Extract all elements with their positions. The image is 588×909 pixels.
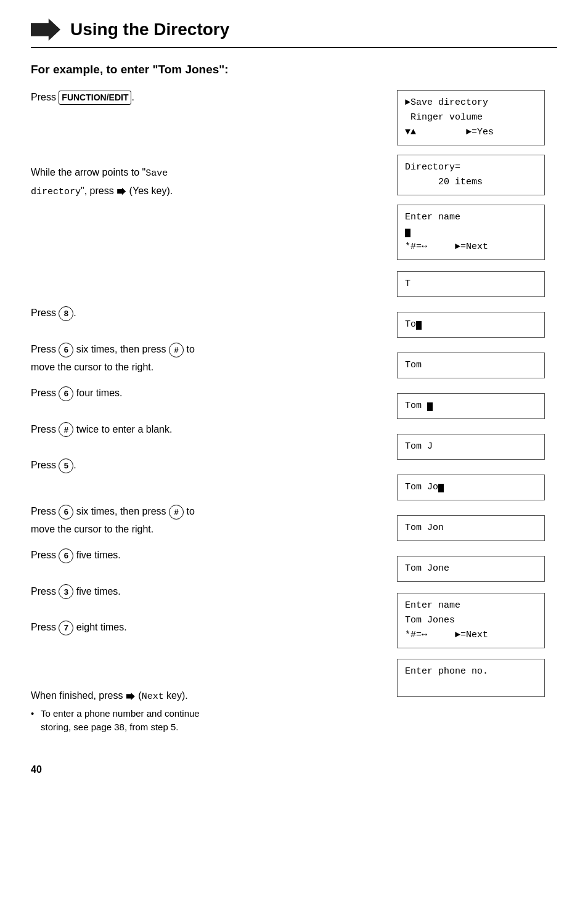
step-3: Press 8. bbox=[31, 306, 385, 321]
lcd-4: T bbox=[397, 271, 545, 297]
arrow-right-icon-2 bbox=[126, 693, 135, 700]
step-1: Press FUNCTION/EDIT. bbox=[31, 90, 385, 105]
key-5: 5 bbox=[59, 459, 73, 473]
cursor-icon-2 bbox=[416, 321, 422, 330]
lcd-7: Tom bbox=[397, 393, 545, 419]
key-3: 3 bbox=[59, 584, 73, 599]
header-rule bbox=[31, 47, 557, 48]
lcd-slot-12: Enter name Tom Jones *#=↔ ►=Next bbox=[397, 593, 557, 648]
step-12: When finished, press (Next key). To ente… bbox=[31, 688, 385, 735]
arrow-icon bbox=[31, 18, 60, 41]
lcd-13: Enter phone no. bbox=[397, 659, 545, 697]
lcd-screens-column: ►Save directory Ringer volume ▼▲ ►=Yes D… bbox=[397, 90, 557, 746]
lcd-6: Tom bbox=[397, 353, 545, 378]
step-9: Press 6 five times. bbox=[31, 548, 385, 563]
lcd-slot-4: T bbox=[397, 267, 557, 301]
lcd-slot-6: Tom bbox=[397, 349, 557, 382]
lcd-8: Tom J bbox=[397, 434, 545, 460]
content-area: Press FUNCTION/EDIT. While the arrow poi… bbox=[31, 90, 557, 746]
step-2: While the arrow points to "Save director… bbox=[31, 165, 385, 199]
key-hash-b: # bbox=[59, 422, 73, 437]
step-11: Press 7 eight times. bbox=[31, 620, 385, 635]
key-6a: 6 bbox=[59, 343, 73, 357]
lcd-5: To bbox=[397, 312, 545, 338]
cursor-icon-3 bbox=[427, 402, 433, 411]
step-8: Press 6 six times, then press # to move … bbox=[31, 504, 385, 537]
key-hash-c: # bbox=[169, 505, 184, 520]
key-6c: 6 bbox=[59, 505, 73, 520]
lcd-slot-2: Directory= 20 items bbox=[397, 153, 557, 197]
section-heading: For example, to enter "Tom Jones": bbox=[31, 63, 557, 76]
lcd-slot-11: Tom Jone bbox=[397, 552, 557, 585]
lcd-1: ►Save directory Ringer volume ▼▲ ►=Yes bbox=[397, 90, 545, 145]
step-7: Press 5. bbox=[31, 458, 385, 473]
function-edit-key: FUNCTION/EDIT bbox=[59, 91, 131, 105]
lcd-10: Tom Jon bbox=[397, 515, 545, 541]
lcd-slot-10: Tom Jon bbox=[397, 512, 557, 545]
lcd-3: Enter name *#=↔ ►=Next bbox=[397, 205, 545, 260]
steps-column: Press FUNCTION/EDIT. While the arrow poi… bbox=[31, 90, 397, 746]
lcd-slot-3: Enter name *#=↔ ►=Next bbox=[397, 205, 557, 260]
page-title: Using the Directory bbox=[70, 20, 229, 39]
key-7: 7 bbox=[59, 621, 73, 635]
lcd-11: Tom Jone bbox=[397, 556, 545, 582]
lcd-slot-5: To bbox=[397, 308, 557, 341]
arrow-right-icon bbox=[117, 188, 126, 195]
lcd-9: Tom Jo bbox=[397, 475, 545, 500]
lcd-slot-13: Enter phone no. bbox=[397, 656, 557, 700]
key-6d: 6 bbox=[59, 548, 73, 563]
lcd-slot-7: Tom bbox=[397, 389, 557, 423]
cursor-icon-4 bbox=[438, 484, 444, 492]
step-5: Press 6 four times. bbox=[31, 386, 385, 401]
step-12-bullets: To enter a phone number and continuestor… bbox=[31, 707, 385, 735]
page-header: Using the Directory bbox=[31, 18, 557, 41]
lcd-slot-8: Tom J bbox=[397, 430, 557, 463]
lcd-slot-1: ►Save directory Ringer volume ▼▲ ►=Yes bbox=[397, 90, 557, 145]
lcd-12: Enter name Tom Jones *#=↔ ►=Next bbox=[397, 593, 545, 648]
lcd-slot-9: Tom Jo bbox=[397, 471, 557, 504]
cursor-icon bbox=[405, 229, 410, 237]
lcd-2: Directory= 20 items bbox=[397, 155, 545, 195]
page-number: 40 bbox=[31, 764, 557, 775]
step-6: Press # twice to enter a blank. bbox=[31, 422, 385, 438]
step-4: Press 6 six times, then press # to move … bbox=[31, 342, 385, 375]
key-6b: 6 bbox=[59, 386, 73, 401]
key-hash-a: # bbox=[169, 343, 184, 357]
step-10: Press 3 five times. bbox=[31, 584, 385, 600]
key-8: 8 bbox=[59, 306, 73, 321]
